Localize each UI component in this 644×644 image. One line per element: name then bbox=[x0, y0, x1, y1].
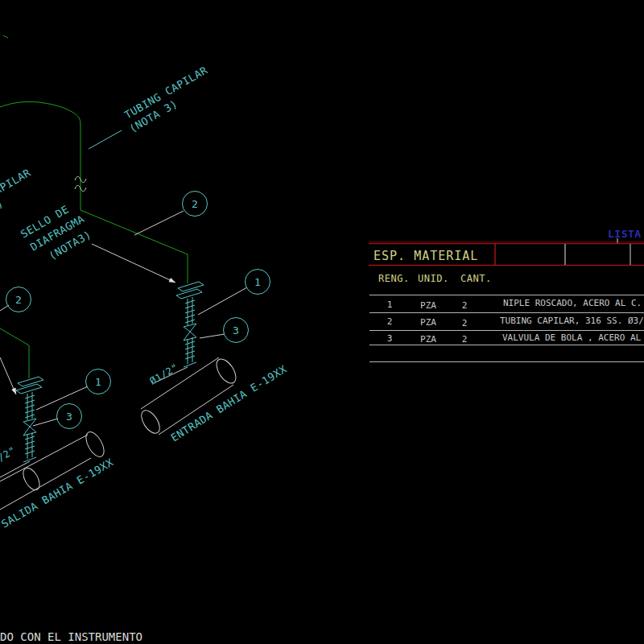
label-entrada-bahia: ENTRADA BAHIA E-19XX bbox=[169, 363, 289, 444]
valve-assembly-right bbox=[176, 282, 204, 367]
capillary-edge-stub bbox=[3, 35, 8, 38]
cell-desc: TUBING CAPILAR, 316 SS. Ø3/ bbox=[500, 316, 644, 326]
cad-canvas: 2 2 1 3 1 3 TUBING CAPILAR (NOTA 3) SELL… bbox=[0, 0, 644, 644]
bottom-note-text: DO CON EL INSTRUMENTO bbox=[0, 630, 142, 643]
balloon-number: 2 bbox=[15, 294, 22, 306]
cell-unid: PZA bbox=[420, 334, 436, 345]
label-salida-bahia: SALIDA BAHIA E-19XX bbox=[0, 456, 116, 530]
table-row-3: 3 PZA 2 VALVULA DE BOLA , ACERO AL bbox=[387, 332, 642, 345]
cell-cant: 2 bbox=[462, 318, 468, 328]
col-header-cant: CANT. bbox=[460, 273, 492, 284]
balloon-number: 3 bbox=[66, 411, 72, 423]
cell-reng: 1 bbox=[387, 299, 393, 310]
label-clipped-capilar: APILAR bbox=[0, 167, 33, 197]
label-size-right: Ø1/2" bbox=[148, 361, 180, 386]
cell-desc: NIPLE ROSCADO, ACERO AL C. bbox=[503, 298, 642, 308]
cad-drawing-screenshot: 2 2 1 3 1 3 TUBING CAPILAR (NOTA 3) SELL… bbox=[0, 0, 644, 644]
col-header-reng: RENG. bbox=[378, 273, 410, 284]
balloon-3-right: 3 bbox=[224, 318, 249, 343]
label-clipped-paren: ) bbox=[0, 196, 6, 210]
label-size-left: Ø1/2" bbox=[0, 444, 18, 469]
col-header-unid: UNID. bbox=[418, 273, 449, 284]
tubing-label-leader bbox=[89, 130, 122, 149]
valve-assembly-left bbox=[16, 377, 43, 462]
cell-unid: PZA bbox=[420, 300, 436, 311]
pipe-mouth-ellipse bbox=[138, 407, 163, 436]
balloon-1-left: 1 bbox=[86, 369, 111, 394]
balloon-1-right: 1 bbox=[246, 270, 270, 295]
balloon-number: 1 bbox=[95, 376, 101, 388]
table-row-2: 2 PZA 2 TUBING CAPILAR, 316 SS. Ø3/ bbox=[387, 316, 644, 328]
capillary-tubing-green-lines bbox=[0, 35, 188, 378]
balloon-number: 1 bbox=[254, 276, 261, 288]
material-table: LISTA ESP. MATERIAL RENG. UNID. CANT. 1 … bbox=[369, 228, 644, 362]
balloon-2-right: 2 bbox=[183, 192, 208, 217]
capillary-run-right bbox=[0, 101, 188, 283]
balloon-number: 3 bbox=[233, 324, 239, 336]
cell-desc: VALVULA DE BOLA , ACERO AL bbox=[502, 332, 642, 343]
table-title: ESP. MATERIAL bbox=[374, 249, 478, 263]
capillary-run-left bbox=[0, 328, 29, 378]
drawing-labels: TUBING CAPILAR (NOTA 3) SELLO DE DIAFRAG… bbox=[0, 64, 289, 643]
cell-unid: PZA bbox=[420, 317, 436, 328]
pipe-end-cap bbox=[213, 356, 240, 386]
cell-cant: 2 bbox=[462, 300, 468, 311]
balloon-number: 2 bbox=[192, 198, 198, 210]
pipe-mouth-ellipse bbox=[82, 429, 107, 460]
table-header-band: ESP. MATERIAL bbox=[369, 244, 644, 266]
table-floating-title: LISTA bbox=[608, 228, 642, 240]
annotation-arrows bbox=[0, 244, 175, 394]
size-dimension-leaders bbox=[0, 367, 188, 477]
table-column-headers: RENG. UNID. CANT. bbox=[378, 273, 492, 284]
cell-cant: 2 bbox=[462, 334, 468, 345]
balloon-2-left: 2 bbox=[6, 287, 31, 312]
cell-reng: 3 bbox=[387, 333, 393, 344]
cell-reng: 2 bbox=[387, 316, 393, 327]
table-row-1: 1 PZA 2 NIPLE ROSCADO, ACERO AL C. bbox=[387, 298, 642, 311]
balloon-3-left: 3 bbox=[57, 404, 82, 429]
